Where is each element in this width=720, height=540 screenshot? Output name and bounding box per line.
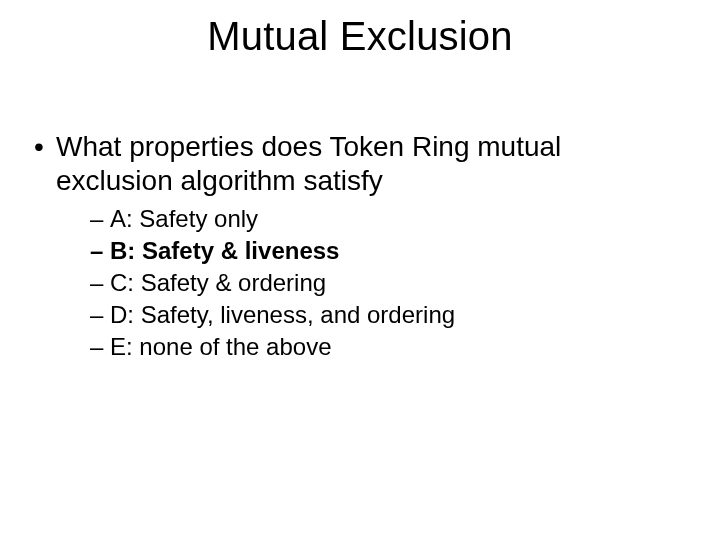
option-text: B: Safety & liveness [110,236,339,266]
dash-icon: – [90,268,110,298]
dash-icon: – [90,204,110,234]
option-text: A: Safety only [110,204,258,234]
slide: Mutual Exclusion • What properties does … [0,0,720,540]
option-text: D: Safety, liveness, and ordering [110,300,455,330]
question-item: • What properties does Token Ring mutual… [34,130,680,198]
question-text: What properties does Token Ring mutual e… [56,130,680,198]
slide-title: Mutual Exclusion [0,14,720,59]
list-item: – B: Safety & liveness [90,236,680,266]
option-text: C: Safety & ordering [110,268,326,298]
list-item: – D: Safety, liveness, and ordering [90,300,680,330]
dash-icon: – [90,300,110,330]
options-list: – A: Safety only – B: Safety & liveness … [90,204,680,362]
list-item: – E: none of the above [90,332,680,362]
dash-icon: – [90,236,110,266]
slide-body: • What properties does Token Ring mutual… [34,130,680,364]
list-item: – C: Safety & ordering [90,268,680,298]
option-text: E: none of the above [110,332,332,362]
bullet-icon: • [34,130,56,164]
dash-icon: – [90,332,110,362]
list-item: – A: Safety only [90,204,680,234]
